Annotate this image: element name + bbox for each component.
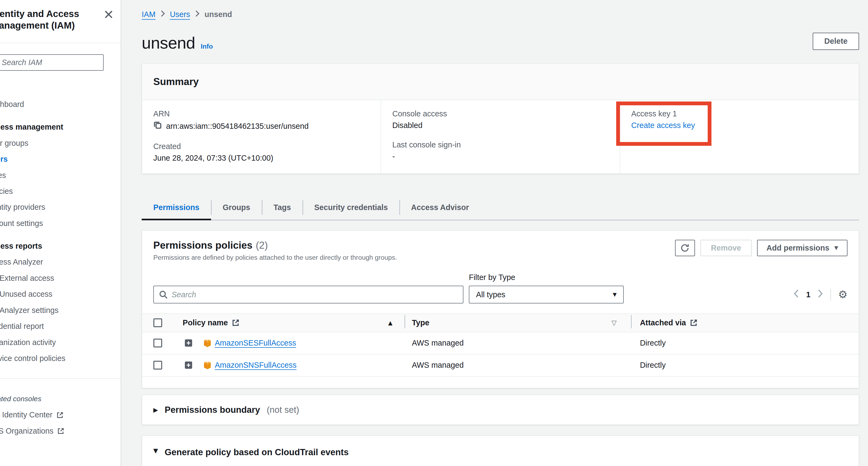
sidebar-item-label: IAM Identity Center xyxy=(0,410,52,419)
policy-type: AWS managed xyxy=(412,339,464,347)
sidebar-item-roles[interactable]: Roles xyxy=(0,167,121,183)
select-all-checkbox[interactable] xyxy=(153,318,162,327)
page-title: unsend xyxy=(142,33,195,52)
sidebar-item-policies[interactable]: Policies xyxy=(0,183,121,199)
refresh-button[interactable] xyxy=(675,240,695,256)
sidebar-item-credential-report[interactable]: Credential report xyxy=(0,318,121,334)
external-link-icon xyxy=(56,411,64,419)
sidebar-item-dashboard[interactable]: Dashboard xyxy=(0,96,121,112)
sidebar-item-analyzer-settings[interactable]: Analyzer settings xyxy=(0,302,121,318)
collapsed-arrow-icon[interactable]: ▶ xyxy=(153,406,158,413)
policy-link[interactable]: AmazonSESFullAccess xyxy=(215,339,296,347)
created-label: Created xyxy=(153,142,370,151)
chevron-right-icon[interactable] xyxy=(817,289,823,300)
gear-icon[interactable]: ⚙ xyxy=(838,289,847,300)
arn-label: ARN xyxy=(153,109,370,119)
row-checkbox[interactable] xyxy=(153,339,162,347)
sidebar-item-label: AWS Organizations xyxy=(0,427,54,435)
summary-body: ARN arn:aws:iam::905418462135:user/unsen… xyxy=(142,100,859,173)
expand-plus-icon[interactable] xyxy=(184,339,193,347)
policies-table-header: Policy name ▲ Type ▽ Attached via xyxy=(142,313,859,332)
copy-icon[interactable] xyxy=(153,121,162,132)
sidebar-divider xyxy=(0,378,121,379)
pagination-divider xyxy=(831,289,831,301)
breadcrumb-link-iam[interactable]: IAM xyxy=(142,10,155,19)
expanded-arrow-icon[interactable]: ▼ xyxy=(153,447,158,454)
policy-link[interactable]: AmazonSNSFullAccess xyxy=(215,361,297,370)
sidebar-item-aws-organizations[interactable]: AWS Organizations xyxy=(0,423,121,439)
summary-column-access-key: Access key 1 Create access key xyxy=(620,100,859,173)
external-link-icon xyxy=(57,427,64,435)
external-link-icon xyxy=(690,319,698,327)
add-permissions-label: Add permissions xyxy=(767,244,829,252)
create-access-key-link[interactable]: Create access key xyxy=(631,121,695,130)
access-key-label: Access key 1 xyxy=(631,109,847,119)
page-number[interactable]: 1 xyxy=(806,290,810,299)
type-filter-select[interactable]: All types ▼ xyxy=(469,286,624,304)
user-detail-tabs: Permissions Groups Tags Security credent… xyxy=(142,195,859,220)
sidebar-item-unused-access[interactable]: Unused access xyxy=(0,286,121,302)
tab-security-credentials[interactable]: Security credentials xyxy=(303,195,399,220)
created-value: June 28, 2024, 07:33 (UTC+10:00) xyxy=(153,153,370,163)
info-link[interactable]: Info xyxy=(201,43,213,50)
permissions-boundary-title: Permissions boundary xyxy=(165,405,260,415)
external-link-icon xyxy=(232,319,240,327)
cloudtrail-policy-card[interactable]: ▼ Generate policy based on CloudTrail ev… xyxy=(142,435,859,466)
dropdown-caret-icon: ▼ xyxy=(613,292,617,297)
sidebar-section-access-reports: Access reports xyxy=(0,238,121,254)
table-row: AmazonSESFullAccess AWS managed Directly xyxy=(142,332,859,354)
column-attached-via[interactable]: Attached via xyxy=(640,318,686,327)
sidebar-item-identity-providers[interactable]: Identity providers xyxy=(0,199,121,215)
sidebar-section-related-consoles: Related consoles xyxy=(0,391,121,407)
arn-value: arn:aws:iam::905418462135:user/unsend xyxy=(166,122,309,131)
expand-plus-icon[interactable] xyxy=(184,361,193,369)
sidebar-section-access-management: Access management xyxy=(0,119,121,135)
row-checkbox[interactable] xyxy=(153,361,162,370)
delete-button[interactable]: Delete xyxy=(813,33,859,50)
policy-cube-icon xyxy=(203,361,212,370)
sidebar-divider xyxy=(0,43,121,43)
tab-access-advisor[interactable]: Access Advisor xyxy=(399,195,480,220)
sidebar-item-service-control-policies[interactable]: Service control policies xyxy=(0,350,121,366)
policy-attached-via: Directly xyxy=(640,339,666,347)
sort-ascending-icon[interactable]: ▲ xyxy=(388,320,393,326)
tab-tags[interactable]: Tags xyxy=(262,195,303,220)
breadcrumb-chevron-icon xyxy=(161,10,165,19)
tab-permissions[interactable]: Permissions xyxy=(142,195,211,220)
search-icon xyxy=(159,290,168,299)
permissions-policies-card: Permissions policies(2) Permissions are … xyxy=(142,230,859,388)
tab-groups[interactable]: Groups xyxy=(211,195,262,220)
sidebar-item-access-analyzer[interactable]: Access Analyzer xyxy=(0,254,121,270)
permissions-boundary-card[interactable]: ▶ Permissions boundary (not set) xyxy=(142,395,859,425)
column-type[interactable]: Type xyxy=(412,318,429,327)
iam-sidebar: Identity and Access Management (IAM) Das… xyxy=(0,0,121,466)
sidebar-nav: Dashboard Access management User groups … xyxy=(0,96,121,439)
sidebar-item-external-access[interactable]: External access xyxy=(0,270,121,286)
last-signin-value: - xyxy=(392,152,608,161)
policies-filter-row: Filter by Type All types ▼ 1 ⚙ xyxy=(153,273,847,304)
remove-button[interactable]: Remove xyxy=(701,240,752,256)
sidebar-title: Identity and Access Management (IAM) xyxy=(0,8,105,31)
type-filter-value: All types xyxy=(476,290,505,299)
add-permissions-button[interactable]: Add permissions ▼ xyxy=(757,240,847,256)
column-policy-name[interactable]: Policy name xyxy=(183,318,228,327)
summary-column-console: Console access Disabled Last console sig… xyxy=(380,100,619,173)
pagination: 1 ⚙ xyxy=(794,286,848,304)
sidebar-search-input[interactable] xyxy=(0,54,104,71)
chevron-left-icon[interactable] xyxy=(794,289,799,300)
filter-icon[interactable]: ▽ xyxy=(612,319,617,327)
sidebar-item-user-groups[interactable]: User groups xyxy=(0,135,121,151)
sidebar-item-organization-activity[interactable]: Organization activity xyxy=(0,335,121,350)
close-icon[interactable] xyxy=(104,9,114,20)
policies-search-input[interactable] xyxy=(153,286,463,304)
policies-title: Permissions policies xyxy=(153,240,252,251)
sidebar-item-account-settings[interactable]: Account settings xyxy=(0,215,121,231)
cloudtrail-title: Generate policy based on CloudTrail even… xyxy=(165,447,349,457)
policies-table: Policy name ▲ Type ▽ Attached via xyxy=(142,313,859,377)
page-title-row: unsend Info xyxy=(142,33,859,52)
sidebar-item-users[interactable]: Users xyxy=(0,151,121,167)
sidebar-item-iam-identity-center[interactable]: IAM Identity Center xyxy=(0,407,121,423)
dropdown-caret-icon: ▼ xyxy=(834,245,838,250)
breadcrumb-link-users[interactable]: Users xyxy=(170,10,190,19)
summary-card: Summary ARN arn:aws:iam::905418462135:us… xyxy=(142,63,859,174)
